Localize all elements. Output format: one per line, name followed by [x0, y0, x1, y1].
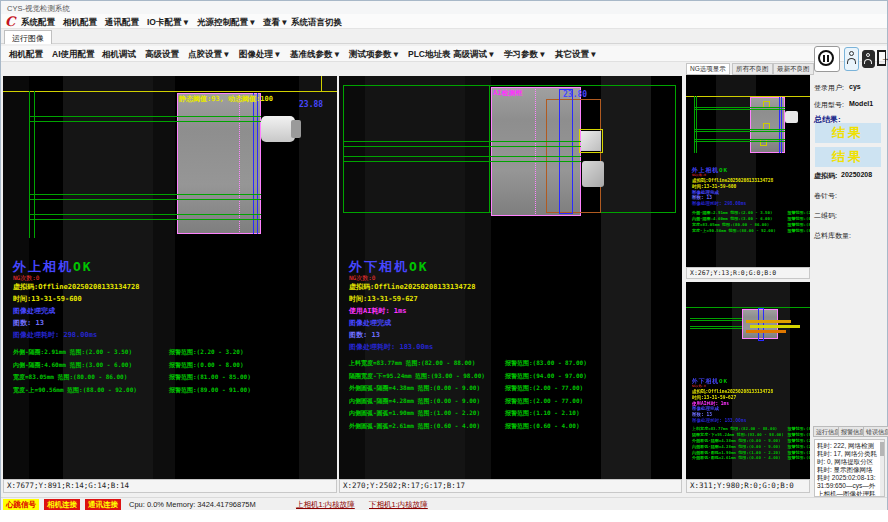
measurement-row: 上料宽度=83.77mm 范围:(82.00 - 88.00)报警范围:(83.… [349, 357, 485, 370]
alarm-range: 报警范围:(0.60 - 4.00) [505, 420, 580, 433]
measurement-row: 外侧圆弧-隔圈=4.38mm 范围:(0.00 - 9.00)报警范围:(2.0… [349, 382, 485, 395]
measurement-row: 隔圈宽度-下=95.24mm 范围:(93.00 - 98.00)报警范围:(9… [349, 370, 485, 383]
menu-item-comm-config[interactable]: 通讯配置 [105, 17, 139, 29]
user-mode-button-selected[interactable] [844, 47, 859, 71]
tool-test-params[interactable]: 测试项参数 ▾ [349, 49, 398, 61]
measure-line-green [694, 109, 785, 110]
guide-line-green [686, 307, 810, 308]
alarm-range: 报警范围:(81.00 - 85.00) [169, 371, 251, 384]
camera-name: 外上相机 [13, 259, 73, 274]
pause-icon [818, 50, 834, 66]
tool-camera-debug[interactable]: 相机调试 [102, 49, 136, 61]
tab-row: 运行图像 [1, 29, 887, 44]
measure-line-green [690, 320, 742, 321]
tool-baseline-params[interactable]: 基准线参数 ▾ [290, 49, 339, 61]
alarm-range: 报警范围:(0.00 - 8.00) [169, 359, 244, 372]
operator-mode-button[interactable] [862, 50, 875, 68]
bright-feature [582, 161, 604, 187]
measure-line-blue [781, 97, 782, 153]
measure-line-green [690, 326, 742, 327]
virtual-code-line: 虚拟码:Offline20250208133134728 [349, 281, 485, 293]
tab-latest-defect-images[interactable]: 最新不良图 [773, 63, 814, 75]
result-box-lower: 结果 [815, 147, 881, 167]
tab-error-info[interactable]: 错误信息 [863, 426, 888, 437]
time-line: 时间:13-31-59-600 [13, 293, 139, 305]
alarm-range: 报警范围:(94.00 - 97.00) [505, 370, 587, 383]
qr-code-label: 二维码: [814, 211, 837, 221]
measure-line-green [29, 214, 261, 215]
tool-camera-config[interactable]: 相机配置 [9, 49, 43, 61]
mini-view-lower[interactable]: 外下相机OK NG次数:0 虚拟码:Offline202502081331347… [686, 282, 810, 479]
frame-count-line: 图数: 13 [349, 329, 485, 341]
alarm-range: 报警范围:(2.00 - 77.00) [505, 395, 583, 408]
user-icon [849, 51, 854, 56]
measure-value-label: 23.80 [563, 90, 587, 99]
camera-result-text: 外下相机OK NG次数:0 虚拟码:Offline202502081331347… [349, 259, 485, 432]
log-scrollbar[interactable] [880, 440, 884, 496]
coord-readout-mini-top: X:267;Y:13;R:0;G:0;B:0 [686, 267, 810, 279]
lower-camera-fault-link[interactable]: 下相机1:内核故障 [369, 500, 428, 510]
tool-learn-params[interactable]: 学习参数 ▾ [504, 49, 545, 61]
tool-advanced-debug[interactable]: 高级调试 ▾ [453, 49, 494, 61]
mini-result-text: 外下相机OK NG次数:0 虚拟码:Offline202502081331347… [692, 378, 810, 461]
machine-texture-band [153, 76, 175, 479]
measure-line-green [343, 156, 581, 157]
login-user-label: 登录用户: [814, 83, 844, 93]
menu-item-io-config[interactable]: IO卡配置 ▾ [147, 17, 188, 29]
pause-button[interactable] [814, 46, 840, 72]
measurement-row: 宽度=83.05mm 范围:(80.00 - 86.00)报警范围:(81.00… [13, 371, 139, 384]
tab-all-defect-images[interactable]: 所有不良图 [732, 63, 773, 75]
guide-line-green [489, 85, 490, 213]
logout-button[interactable]: → [877, 48, 888, 69]
tool-plc-address[interactable]: PLC地址表 [408, 49, 451, 61]
menu-item-view[interactable]: 查看 ▾ [263, 17, 287, 29]
camera-connect-badge: 相机连接 [44, 499, 80, 510]
guide-line-yellow [686, 96, 810, 97]
tab-run-image[interactable]: 运行图像 [4, 30, 52, 44]
status-bar: 心跳信号 相机连接 通讯连接 Cpu: 0.0% Memory: 3424.41… [1, 497, 887, 510]
tool-image-process[interactable]: 图像处理 ▾ [239, 49, 280, 61]
measure-line-green [29, 121, 261, 122]
guide-line-green [696, 96, 697, 153]
measure-line-green [694, 141, 785, 142]
app-logo-icon: C [5, 14, 15, 29]
alarm-range: 报警范围:(2.20 - 3.20) [169, 346, 244, 359]
ai-box-label: AI检测框 [493, 88, 522, 98]
tool-advanced-settings[interactable]: 高级设置 [145, 49, 179, 61]
menu-item-system-config[interactable]: 系统配置 [21, 17, 55, 29]
measure-line-green [690, 328, 742, 329]
measure-line-blue [253, 93, 254, 234]
measure-line-green [29, 194, 261, 195]
frame-count-line: 图数: 13 [13, 317, 139, 329]
app-window: CYS-视觉检测系统 C 系统配置 相机配置 通讯配置 IO卡配置 ▾ 光源控制… [0, 0, 888, 510]
menu-item-light-config[interactable]: 光源控制配置 ▾ [197, 17, 255, 29]
tool-other-settings[interactable]: 其它设置 ▾ [555, 49, 596, 61]
camera-view-upper-outer[interactable]: 静态阈值:93, 动态阈值:100 23.88 外上相机OK NG次数:0 虚拟… [3, 76, 337, 479]
log-output[interactable]: 耗时: 222, 网络检测耗时: 17, 网络分类耗时: 0, 网络提取分区耗时… [814, 439, 885, 497]
camera-view-lower-outer[interactable]: AI检测框 23.80 外下相机OK NG次数:0 虚拟码:Offline202… [339, 76, 682, 479]
mini-view-upper[interactable]: 外上相机OK NG次数:0 虚拟码:Offline202502081331347… [686, 75, 810, 267]
coord-readout-middle: X:270;Y:2502;R:17;G:17;B:17 [339, 479, 682, 493]
menu-item-camera-config[interactable]: 相机配置 [63, 17, 97, 29]
process-done-line: 图像处理完成 [13, 305, 139, 317]
tool-glue-settings[interactable]: 点胶设置 ▾ [188, 49, 229, 61]
upper-camera-fault-link[interactable]: 上相机1:内核故障 [296, 500, 355, 510]
overlay-text-streak [746, 320, 791, 323]
tab-ng-display[interactable]: NG选项显示 [686, 63, 730, 75]
inspected-part [177, 93, 261, 234]
model-value[interactable]: Model1 [849, 100, 873, 107]
connector-tip [291, 120, 301, 138]
menu-item-language-switch[interactable]: 系统语言切换 [291, 17, 342, 29]
measure-line-blue [779, 97, 780, 153]
tool-ai-config[interactable]: AI使用配置 [52, 49, 95, 61]
part-center-line [535, 87, 536, 216]
measurement-row: 外侧-隔圈:2.91mm 范围:(2.00 - 3.50)报警范围:(2.20 … [13, 346, 139, 359]
measure-line-green [694, 107, 785, 108]
comm-connect-badge: 通讯连接 [85, 499, 121, 510]
guide-line-yellow-vertical [321, 76, 322, 92]
connector-piece [261, 116, 295, 142]
part-center-line [239, 93, 240, 234]
mini-result-text: 外上相机OK NG次数:0 虚拟码:Offline202502081331347… [692, 167, 810, 234]
camera-status-ok: OK [409, 259, 429, 274]
camera-status-ok: OK [73, 259, 93, 274]
